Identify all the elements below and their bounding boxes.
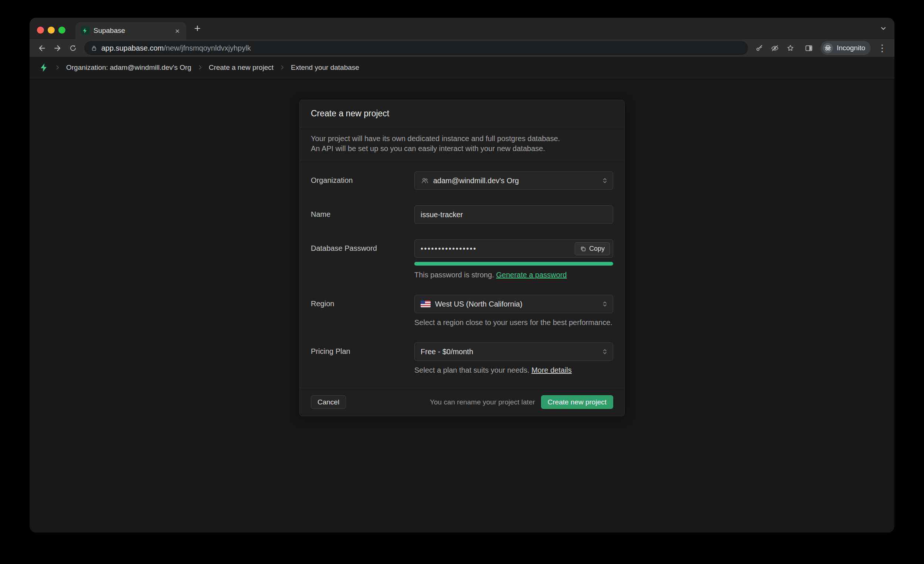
region-helper: Select a region close to your users for …	[414, 318, 613, 327]
organization-value: adam@windmill.dev's Org	[433, 177, 519, 185]
desktop-background: Supabase × + app.supabase.c	[0, 0, 924, 564]
url-bar[interactable]: app.supabase.com/new/jfnsmqoynldvxjyhpyl…	[84, 41, 748, 55]
chevron-right-icon	[54, 64, 61, 70]
generate-password-link[interactable]: Generate a password	[496, 271, 567, 279]
chevron-right-icon	[197, 64, 203, 70]
page-title: Create a new project	[311, 109, 613, 118]
incognito-label: Incognito	[837, 44, 865, 52]
tab-strip: Supabase × +	[30, 18, 894, 39]
organization-row: Organization adam@windmill.dev's Org	[311, 171, 613, 190]
password-input[interactable]: •••••••••••••••• Copy	[414, 239, 613, 258]
url-path: /new/jfnsmqoynldvxjyhpylk	[164, 44, 251, 52]
copy-button-label: Copy	[589, 245, 604, 253]
password-row: Database Password •••••••••••••••• Copy	[311, 239, 613, 279]
pricing-label: Pricing Plan	[311, 343, 414, 356]
supabase-logo-icon[interactable]	[39, 63, 49, 72]
copy-password-button[interactable]: Copy	[575, 242, 610, 255]
copy-icon	[580, 245, 586, 252]
create-project-card: Create a new project Your project will h…	[299, 100, 625, 416]
window-controls	[37, 27, 65, 34]
breadcrumb-create-project[interactable]: Create a new project	[209, 64, 273, 72]
organization-label: Organization	[311, 171, 414, 185]
reload-button[interactable]	[65, 40, 81, 56]
select-chevrons-icon	[602, 348, 608, 355]
description-line-1: Your project will have its own dedicated…	[311, 134, 613, 144]
side-panel-icon[interactable]	[801, 40, 817, 56]
breadcrumb-organization[interactable]: Organization: adam@windmill.dev's Org	[66, 64, 192, 72]
password-strength-text: This password is strong.	[414, 271, 494, 279]
eye-slash-icon[interactable]	[767, 40, 783, 56]
incognito-avatar-icon	[822, 42, 834, 54]
pricing-helper: Select a plan that suits your needs. Mor…	[414, 366, 613, 374]
pricing-helper-text: Select a plan that suits your needs.	[414, 366, 529, 374]
new-tab-button[interactable]: +	[190, 21, 205, 36]
pricing-select[interactable]: Free - $0/month	[414, 343, 613, 361]
us-flag-icon	[421, 301, 430, 307]
name-label: Name	[311, 205, 414, 218]
region-row: Region West US (North California) Select…	[311, 295, 613, 327]
card-header: Create a new project	[300, 100, 624, 127]
organization-select[interactable]: adam@windmill.dev's Org	[414, 171, 613, 190]
browser-window: Supabase × + app.supabase.c	[30, 18, 894, 533]
breadcrumb-extend-database[interactable]: Extend your database	[291, 64, 359, 72]
url-text: app.supabase.com/new/jfnsmqoynldvxjyhpyl…	[101, 44, 251, 52]
url-domain: app.supabase.com	[101, 44, 164, 52]
bookmark-star-icon[interactable]	[783, 40, 798, 56]
password-strength-bar	[414, 262, 613, 266]
incognito-profile-badge[interactable]: Incognito	[820, 41, 871, 55]
lock-icon	[91, 45, 97, 51]
pricing-row: Pricing Plan Free - $0/month Select a pl…	[311, 343, 613, 374]
back-button[interactable]	[34, 40, 50, 56]
description-line-2: An API will be set up so you can easily …	[311, 144, 613, 154]
password-key-icon[interactable]	[752, 40, 767, 56]
browser-menu-icon[interactable]: ⋮	[874, 40, 890, 56]
pricing-value: Free - $0/month	[421, 347, 473, 356]
password-label: Database Password	[311, 239, 414, 253]
browser-tab-supabase[interactable]: Supabase ×	[75, 22, 186, 39]
project-form: Organization adam@windmill.dev's Org	[300, 160, 624, 374]
more-details-link[interactable]: More details	[531, 366, 572, 374]
region-label: Region	[311, 295, 414, 308]
password-masked-value: ••••••••••••••••	[421, 244, 477, 253]
people-icon	[421, 177, 429, 185]
card-footer: Cancel You can rename your project later…	[300, 388, 624, 416]
cancel-button[interactable]: Cancel	[311, 395, 346, 409]
name-row: Name	[311, 205, 613, 224]
card-description: Your project will have its own dedicated…	[300, 127, 624, 160]
tab-close-icon[interactable]: ×	[174, 26, 181, 36]
rename-note: You can rename your project later	[430, 398, 535, 406]
page-content: Create a new project Your project will h…	[30, 78, 894, 533]
tab-title: Supabase	[93, 27, 170, 35]
forward-button[interactable]	[50, 40, 65, 56]
chevron-right-icon	[279, 64, 285, 70]
name-input[interactable]	[414, 205, 613, 224]
select-chevrons-icon	[602, 177, 608, 184]
minimize-window-button[interactable]	[48, 27, 55, 34]
maximize-window-button[interactable]	[58, 27, 65, 34]
tab-search-chevron-icon[interactable]	[880, 25, 887, 32]
close-window-button[interactable]	[37, 27, 44, 34]
region-value: West US (North California)	[435, 300, 522, 308]
app-header: Organization: adam@windmill.dev's Org Cr…	[30, 57, 894, 78]
supabase-favicon-icon	[81, 26, 90, 35]
create-project-button[interactable]: Create new project	[541, 395, 613, 409]
browser-toolbar: app.supabase.com/new/jfnsmqoynldvxjyhpyl…	[30, 39, 894, 57]
password-helper: This password is strong. Generate a pass…	[414, 270, 613, 279]
select-chevrons-icon	[602, 301, 608, 308]
region-select[interactable]: West US (North California)	[414, 295, 613, 313]
